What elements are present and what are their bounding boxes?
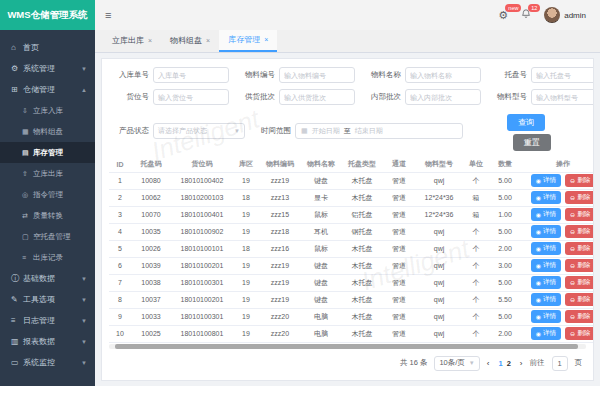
minus-circle-icon: ⊖ bbox=[570, 330, 575, 337]
detail-button[interactable]: ◉详情 bbox=[531, 174, 561, 187]
slot-no-input[interactable] bbox=[153, 89, 229, 105]
product-status-select[interactable]: 请选择产品状态 ▼ bbox=[153, 123, 245, 139]
sidebar-item-inbound[interactable]: ⇩立库入库 bbox=[0, 100, 95, 121]
page-number-1[interactable]: 1 bbox=[496, 359, 504, 368]
sidebar-item-out-record[interactable]: ≡出库记录 bbox=[0, 247, 95, 268]
delete-button[interactable]: ⊖删除 bbox=[565, 191, 594, 204]
minus-circle-icon: ⊖ bbox=[570, 313, 575, 320]
warehouse-icon: ⊞ bbox=[11, 85, 23, 94]
detail-button[interactable]: ◉详情 bbox=[531, 208, 561, 221]
table-cell: 19 bbox=[233, 223, 259, 240]
goto-page-input[interactable] bbox=[552, 356, 568, 371]
detail-button[interactable]: ◉详情 bbox=[531, 276, 561, 289]
monitor-icon: ▭ bbox=[11, 358, 23, 367]
sidebar-item-outbound[interactable]: ⇧立库出库 bbox=[0, 163, 95, 184]
inbound-no-input[interactable] bbox=[153, 67, 229, 83]
sidebar-item-reports[interactable]: ▥报表数据▼ bbox=[0, 331, 95, 352]
field-label: 供货批次 bbox=[235, 92, 279, 102]
reset-button[interactable]: 重置 bbox=[513, 134, 551, 151]
delete-button[interactable]: ⊖删除 bbox=[565, 174, 594, 187]
sidebar-item-label: 物料组盘 bbox=[33, 127, 63, 137]
delete-button[interactable]: ⊖删除 bbox=[565, 208, 594, 221]
table-cell: 木托盘 bbox=[341, 189, 383, 206]
date-range-picker[interactable]: ▦ 开始日期 至 结束日期 bbox=[295, 123, 463, 139]
detail-button[interactable]: ◉详情 bbox=[531, 191, 561, 204]
supply-batch-input[interactable] bbox=[279, 89, 355, 105]
delete-button[interactable]: ⊖删除 bbox=[565, 259, 594, 272]
table-cell: 显卡 bbox=[301, 189, 341, 206]
sidebar-collapse-icon[interactable]: ≡ bbox=[105, 9, 111, 21]
sidebar-item-palletize[interactable]: ▦物料组盘 bbox=[0, 121, 95, 142]
tab-close-icon[interactable]: × bbox=[148, 30, 152, 52]
sidebar-item-storage-mgmt[interactable]: ⊞仓储管理▲ bbox=[0, 79, 95, 100]
sidebar-item-tools[interactable]: ✎工具选项▼ bbox=[0, 289, 95, 310]
detail-button[interactable]: ◉详情 bbox=[531, 225, 561, 238]
table-cell: 1 bbox=[109, 172, 131, 189]
goto-suffix: 页 bbox=[575, 358, 583, 368]
tab-palletize[interactable]: 物料组盘× bbox=[161, 30, 219, 52]
next-page-button[interactable]: › bbox=[520, 359, 523, 368]
avatar bbox=[544, 7, 560, 23]
detail-button[interactable]: ◉详情 bbox=[531, 327, 561, 340]
table-cell: 电脑 bbox=[301, 308, 341, 325]
table-cell: 10025 bbox=[131, 325, 171, 342]
sidebar-item-command[interactable]: ◎指令管理 bbox=[0, 184, 95, 205]
table-cell: 10026 bbox=[131, 240, 171, 257]
sidebar-item-inventory[interactable]: ▤库存管理 bbox=[0, 142, 95, 163]
material-model-input[interactable] bbox=[531, 89, 594, 105]
table-cell: 10080 bbox=[131, 172, 171, 189]
column-header: 通道 bbox=[383, 157, 415, 172]
sidebar-item-label: 出库记录 bbox=[33, 253, 63, 263]
chevron-down-icon: ▼ bbox=[81, 297, 87, 303]
tab-inventory[interactable]: 库存管理× bbox=[219, 30, 277, 52]
product-status-label: 产品状态 bbox=[109, 126, 153, 136]
scrollbar-thumb[interactable] bbox=[115, 344, 578, 349]
detail-button[interactable]: ◉详情 bbox=[531, 310, 561, 323]
sidebar-item-logs[interactable]: ≡日志管理▼ bbox=[0, 310, 95, 331]
settings-gear-icon[interactable]: ⚙new bbox=[498, 9, 508, 22]
tab-close-icon[interactable]: × bbox=[206, 30, 210, 52]
delete-button[interactable]: ⊖删除 bbox=[565, 327, 594, 340]
sidebar-item-empty-pallet[interactable]: ▢空托盘管理 bbox=[0, 226, 95, 247]
page-number-2[interactable]: 2 bbox=[505, 359, 513, 368]
date-end-placeholder: 结束日期 bbox=[355, 126, 383, 136]
sidebar-item-base-data[interactable]: ⓘ基础数据▼ bbox=[0, 268, 95, 289]
table-cell: 个 bbox=[463, 172, 489, 189]
tab-close-icon[interactable]: × bbox=[264, 29, 268, 51]
delete-button[interactable]: ⊖删除 bbox=[565, 242, 594, 255]
sidebar-item-home[interactable]: ⌂首页 bbox=[0, 37, 95, 58]
table-cell: 个 bbox=[463, 240, 489, 257]
field-label: 物料编号 bbox=[235, 70, 279, 80]
sidebar-item-monitor[interactable]: ▭系统监控▼ bbox=[0, 352, 95, 373]
delete-button[interactable]: ⊖删除 bbox=[565, 225, 594, 238]
search-button[interactable]: 查询 bbox=[507, 114, 545, 131]
user-menu[interactable]: admin bbox=[544, 7, 586, 23]
delete-button[interactable]: ⊖删除 bbox=[565, 310, 594, 323]
table-row: 6100391801010020119zzz19键盘木托盘管道qwj个3.00◉… bbox=[109, 257, 594, 274]
material-name-input[interactable] bbox=[405, 67, 481, 83]
table-cell: 18010100201 bbox=[171, 257, 233, 274]
inventory-panel: 入库单号物料编号物料名称托盘号货位号供货批次内部批次物料型号 产品状态 请选择产… bbox=[101, 58, 594, 381]
detail-button[interactable]: ◉详情 bbox=[531, 242, 561, 255]
horizontal-scrollbar[interactable] bbox=[109, 344, 586, 349]
detail-button[interactable]: ◉详情 bbox=[531, 293, 561, 306]
pallet-no-input[interactable] bbox=[531, 67, 594, 83]
tab-outbound[interactable]: 立库出库× bbox=[103, 30, 161, 52]
detail-button[interactable]: ◉详情 bbox=[531, 259, 561, 272]
info-circle-icon: ◉ bbox=[536, 262, 541, 269]
delete-button[interactable]: ⊖删除 bbox=[565, 276, 594, 289]
table-row: 10100251801010080119zzz20电脑木托盘管道qwj个2.00… bbox=[109, 325, 594, 342]
command-icon: ◎ bbox=[22, 191, 33, 199]
page-size-select[interactable]: 10条/页 ▼ bbox=[434, 356, 479, 371]
minus-circle-icon: ⊖ bbox=[570, 194, 575, 201]
sidebar-item-system-mgmt[interactable]: ⚙系统管理▼ bbox=[0, 58, 95, 79]
inner-batch-input[interactable] bbox=[405, 89, 481, 105]
delete-button[interactable]: ⊖删除 bbox=[565, 293, 594, 306]
sidebar-item-quality[interactable]: ⇄质量转换 bbox=[0, 205, 95, 226]
material-code-input[interactable] bbox=[279, 67, 355, 83]
table-cell: 10037 bbox=[131, 291, 171, 308]
prev-page-button[interactable]: ‹ bbox=[487, 359, 490, 368]
table-cell: 木托盘 bbox=[341, 172, 383, 189]
notification-bell-icon[interactable]: 12 bbox=[521, 9, 531, 21]
table-cell: 键盘 bbox=[301, 172, 341, 189]
